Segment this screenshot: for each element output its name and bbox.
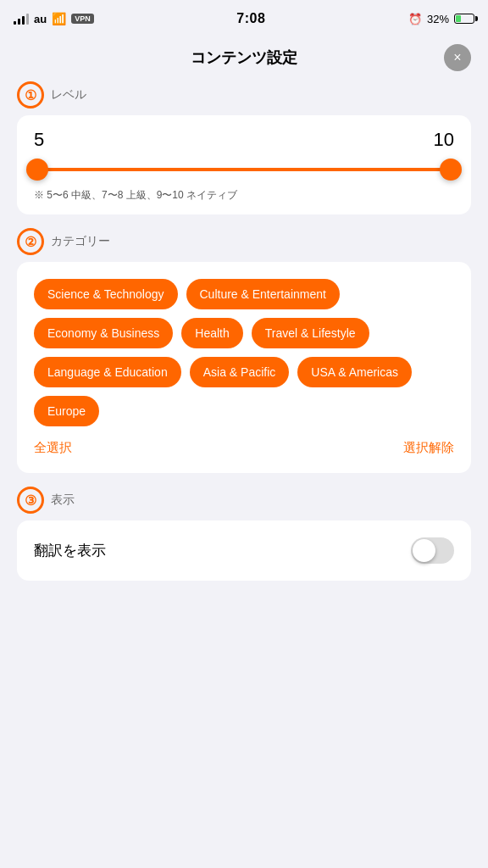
tags-container: Science & TechnologyCulture & Entertainm… [34,279,454,426]
category-tag-health[interactable]: Health [181,318,242,348]
category-actions: 全選択 選択解除 [34,440,454,456]
level-card: 5 10 ※ 5〜6 中級、7〜8 上級、9〜10 ネイティブ [17,115,471,214]
step3-circle: ③ [17,487,44,514]
section1-header: ① レベル [17,81,471,108]
battery-percent: 32% [427,13,449,25]
category-tag-travel[interactable]: Travel & Lifestyle [252,318,369,348]
slider-thumb-left[interactable] [26,159,48,181]
category-card: Science & TechnologyCulture & Entertainm… [17,262,471,473]
page-title-row: コンテンツ設定 × [17,47,471,68]
translation-toggle[interactable] [411,537,454,564]
vpn-badge: VPN [71,14,94,24]
section2-label: カテゴリー [51,234,110,249]
toggle-label: 翻訳を表示 [34,541,106,560]
section-level: ① レベル 5 10 ※ 5〜6 中級、7〜8 上級、9〜10 ネイティブ [17,81,471,214]
select-all-link[interactable]: 全選択 [34,440,72,456]
slider-track-container[interactable] [37,158,451,181]
category-tag-language[interactable]: Language & Education [34,357,181,387]
section-category: ② カテゴリー Science & TechnologyCulture & En… [17,228,471,473]
status-time: 7:08 [236,11,265,26]
category-tag-sci-tech[interactable]: Science & Technology [34,279,178,309]
category-tag-culture[interactable]: Culture & Entertainment [186,279,340,309]
slider-track [37,168,451,171]
toggle-row: 翻訳を表示 [34,537,454,564]
section-display: ③ 表示 翻訳を表示 [17,487,471,581]
category-tag-economy[interactable]: Economy & Business [34,318,173,348]
section2-header: ② カテゴリー [17,228,471,255]
slider-values-row: 5 10 [34,129,454,151]
status-right: ⏰ 32% [408,13,474,25]
display-card: 翻訳を表示 [17,520,471,581]
step1-circle: ① [17,81,44,108]
section3-label: 表示 [51,492,75,508]
battery-icon [454,14,474,24]
close-button[interactable]: × [444,44,471,71]
category-tag-asia[interactable]: Asia & Pacific [190,357,290,387]
section1-label: レベル [51,87,86,103]
toggle-knob [413,539,435,562]
signal-icon [14,13,29,25]
status-bar: au 📶 VPN 7:08 ⏰ 32% [0,0,488,37]
category-tag-europe[interactable]: Europe [34,396,99,426]
slider-hint: ※ 5〜6 中級、7〜8 上級、9〜10 ネイティブ [34,188,454,203]
carrier-label: au [34,13,47,25]
slider-thumb-right[interactable] [440,159,462,181]
section3-header: ③ 表示 [17,487,471,514]
slider-max-value: 10 [434,129,454,151]
deselect-all-link[interactable]: 選択解除 [403,440,454,456]
category-tag-usa[interactable]: USA & Americas [297,357,412,387]
status-left: au 📶 VPN [14,12,94,25]
alarm-icon: ⏰ [408,13,422,25]
slider-min-value: 5 [34,129,44,151]
step2-circle: ② [17,228,44,255]
page-title: コンテンツ設定 [191,47,297,68]
content-area: コンテンツ設定 × ① レベル 5 10 ※ 5〜6 中級、7〜8 上級、9〜1… [0,37,488,868]
wifi-icon: 📶 [52,12,66,25]
